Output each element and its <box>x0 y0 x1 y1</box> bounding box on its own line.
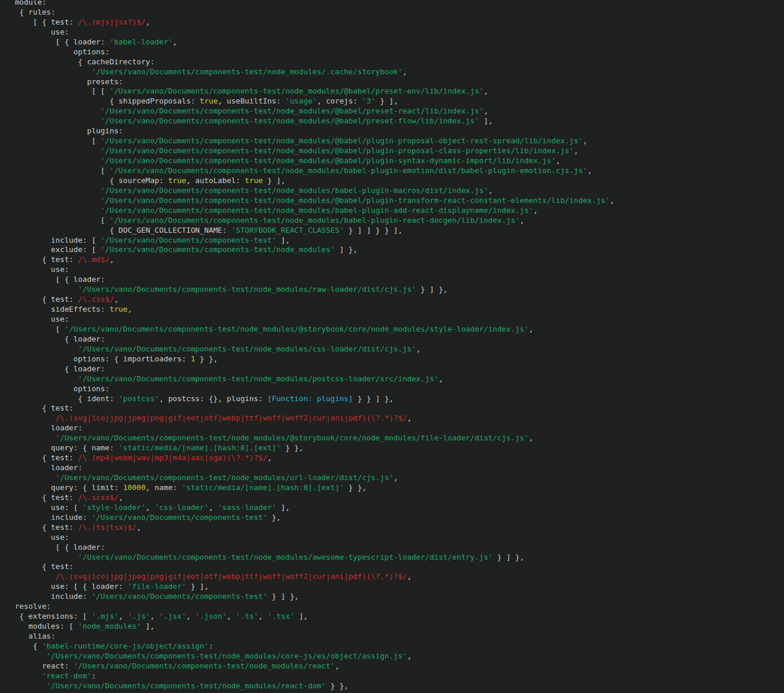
code-line: [ { test: /\.(mjs|jsx?)$/, <box>6 18 614 27</box>
function-token: [Function: plugins] <box>267 394 353 403</box>
plain-text: include: [ <box>6 236 101 244</box>
plain-text: { shippedProposals: <box>6 96 200 105</box>
plain-text: } ], <box>263 176 286 185</box>
plain-text: , <box>587 166 592 175</box>
code-line: { test: <box>6 404 614 413</box>
code-line: include: '/Users/vano/Documents/componen… <box>6 592 614 602</box>
plain-text: [ { loader: <box>6 37 109 46</box>
code-line: { test: /\.(ts|tsx)$/, <box>6 523 614 533</box>
string-token: '/Users/vano/Documents/components-test/n… <box>101 196 610 205</box>
plain-text: use: <box>6 315 69 323</box>
plain-text: use: <box>6 533 69 542</box>
plain-text: , <box>209 503 218 512</box>
string-token: '.json' <box>195 612 227 620</box>
code-line: '/Users/vano/Documents/components-test/n… <box>6 553 614 563</box>
plain-text <box>6 196 101 205</box>
string-token: '/Users/vano/Documents/components-test' <box>91 513 267 522</box>
string-token: '.js' <box>128 612 150 620</box>
literal-token: true <box>245 176 263 185</box>
plain-text: , <box>267 453 272 462</box>
code-line: '/Users/vano/Documents/components-test/n… <box>6 116 614 126</box>
plain-text: query: { limit: <box>6 483 123 492</box>
plain-text: ], <box>276 236 290 244</box>
literal-token: 10000 <box>123 483 146 492</box>
code-line: { test: /\.css$/, <box>6 295 614 305</box>
string-token: '/Users/vano/Documents/components-test/n… <box>101 245 335 254</box>
plain-text: options: <box>6 47 109 56</box>
plain-text: } }, <box>195 354 218 363</box>
code-line: [ '/Users/vano/Documents/components-test… <box>6 166 614 176</box>
plain-text: ], <box>479 116 493 125</box>
plain-text: , <box>146 503 154 512</box>
plain-text: modules: [ <box>6 622 78 630</box>
code-line: react: '/Users/vano/Documents/components… <box>6 661 614 671</box>
code-line: '/Users/vano/Documents/components-test/n… <box>6 206 614 216</box>
code-line: /\.(svg|ico|jpg|jpeg|png|gif|eot|otf|web… <box>6 413 614 423</box>
plain-text <box>6 106 101 115</box>
plain-text: options: <box>6 384 109 393</box>
code-line: { ident: 'postcss', postcss: {}, plugins… <box>6 394 614 404</box>
string-token: '/Users/vano/Documents/components-test/n… <box>109 216 520 225</box>
plain-text: { <box>6 642 42 650</box>
plain-text: loader: <box>6 423 82 432</box>
code-line: '/Users/vano/Documents/components-test/n… <box>6 681 614 691</box>
plain-text: , <box>488 186 493 195</box>
plain-text: use: <box>6 27 69 36</box>
string-token: '.ts' <box>236 612 259 620</box>
code-line: [ { loader: 'babel-loader', <box>6 37 614 47</box>
code-line: query: { limit: 10000, name: 'static/med… <box>6 483 614 493</box>
literal-token: true <box>200 96 218 105</box>
string-token: '/Users/vano/Documents/components-test/n… <box>109 87 483 95</box>
string-token: 'node_modules' <box>78 622 141 630</box>
plain-text: } ] }, <box>267 592 299 601</box>
plain-text: , <box>119 493 123 502</box>
string-token: '/Users/vano/Documents/components-test/n… <box>101 156 556 165</box>
plain-text: : <box>91 671 96 680</box>
code-line: use: <box>6 533 614 543</box>
code-line: '/Users/vano/Documents/components-test/n… <box>6 146 614 156</box>
string-token: '/Users/vano/Documents/components-test/n… <box>78 285 416 294</box>
string-token: '/Users/vano/Documents/components-test/n… <box>78 553 493 561</box>
string-token: 'babel-runtime/core-js/object/assign' <box>42 642 209 650</box>
plain-text: , <box>173 37 177 46</box>
plain-text: { test: <box>6 404 74 412</box>
code-line: options: <box>6 47 614 57</box>
plain-text: resolve: <box>6 602 51 611</box>
string-token: 'static/media/[name].[hash:8].[ext]' <box>119 443 281 452</box>
plain-text: [ { loader: <box>6 543 105 551</box>
code-line: module: <box>6 0 614 8</box>
string-token: '3' <box>362 96 376 105</box>
code-line: [ { loader: <box>6 543 614 553</box>
plain-text <box>6 572 56 581</box>
code-line: { test: <box>6 562 614 572</box>
code-line: 'react-dom': <box>6 671 614 681</box>
terminal[interactable]: module: { rules: [ { test: /\.(mjs|jsx?)… <box>0 0 784 693</box>
string-token: 'babel-loader' <box>109 37 173 46</box>
string-token: '.jsx' <box>159 612 186 620</box>
plain-text: }, <box>267 513 281 522</box>
plain-text <box>6 146 101 155</box>
plain-text: ], <box>141 622 154 630</box>
string-token: '.mjs' <box>91 612 118 620</box>
string-token: '/Users/vano/Documents/components-test/n… <box>56 433 529 442</box>
plain-text: loader: <box>6 463 82 472</box>
plain-text: , <box>610 196 614 205</box>
plain-text: { test: <box>6 453 78 462</box>
string-token: 'postcss' <box>119 394 159 403</box>
code-line: { test: /\.(mp4|webm|wav|mp3|m4a|aac|oga… <box>6 453 614 463</box>
regex-token: /\.(svg|ico|jpg|jpeg|png|gif|eot|otf|web… <box>56 572 407 581</box>
plain-text: } }, <box>326 681 349 690</box>
code-line: options: { importLoaders: 1 } }, <box>6 354 614 364</box>
code-line: { cacheDirectory: <box>6 57 614 67</box>
plain-text: , <box>574 146 579 155</box>
code-line: '/Users/vano/Documents/components-test/n… <box>6 186 614 196</box>
plain-text <box>6 433 56 442</box>
regex-token: /\.(mp4|webm|wav|mp3|m4a|aac|oga)(\?.*)?… <box>78 453 267 462</box>
plain-text: } ] ] } } ], <box>344 226 403 235</box>
code-line: [ [ '/Users/vano/Documents/components-te… <box>6 87 614 96</box>
plain-text: { test: <box>6 562 74 571</box>
plain-text: , <box>128 305 132 313</box>
plain-text: module: <box>6 0 46 6</box>
code-line: '/Users/vano/Documents/components-test/n… <box>6 344 614 354</box>
plain-text: , <box>407 572 412 581</box>
